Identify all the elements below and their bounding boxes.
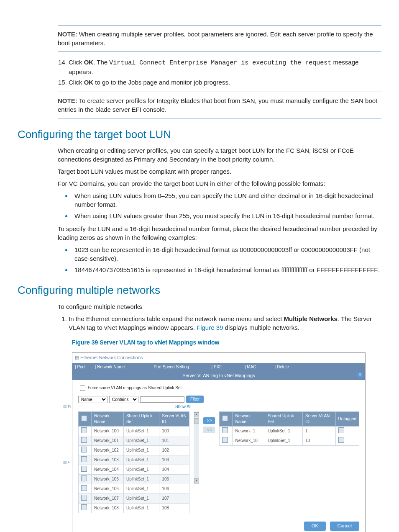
- table-row[interactable]: Network_100UplinkSet_1100: [79, 427, 189, 436]
- bullet-list: 1023 can be represented in 16-digit hexa…: [58, 245, 381, 274]
- show-all-link[interactable]: Show All: [175, 404, 359, 410]
- para: To specify the LUN and a 16-digit hexade…: [58, 224, 381, 242]
- select-all-checkbox[interactable]: [222, 415, 228, 421]
- table-row[interactable]: Network_108UplinkSet_1108: [79, 504, 189, 513]
- note-text: When creating multiple server profiles, …: [58, 31, 373, 46]
- selected-networks-table: Network Name Shared Uplink Set Server VL…: [219, 411, 359, 446]
- steps-list-2: In the Ethernet connections table expand…: [58, 314, 381, 332]
- row-checkbox[interactable]: [81, 466, 87, 472]
- note-box-2: NOTE: To create server profiles for Inte…: [58, 92, 381, 118]
- force-vlan-checkbox-row: Force same VLAN mappings as Shared Uplin…: [78, 384, 359, 392]
- untagged-checkbox[interactable]: [338, 437, 344, 443]
- force-vlan-checkbox[interactable]: [80, 386, 85, 391]
- table-row[interactable]: Network_107UplinkSet_1107: [79, 494, 189, 504]
- move-left-button[interactable]: <<: [203, 427, 215, 433]
- para: When creating or editing server profiles…: [58, 146, 381, 164]
- close-icon[interactable]: ✕: [357, 372, 363, 378]
- untagged-checkbox[interactable]: [338, 427, 344, 433]
- row-checkbox[interactable]: [81, 504, 87, 510]
- screenshot-window: ▤ Fi▤ F ▤ Ethernet Network Connections |…: [72, 352, 366, 532]
- filter-column-select[interactable]: Name: [78, 396, 107, 403]
- filter-op-select[interactable]: Contains: [109, 396, 138, 403]
- column-header-bar: | Port| Network Name| Port Speed Setting…: [72, 363, 365, 371]
- table-row[interactable]: Network_102UplinkSet_1102: [79, 446, 189, 455]
- row-checkbox[interactable]: [81, 485, 87, 491]
- heading-target-boot-lun: Configuring the target boot LUN: [18, 127, 381, 142]
- step-14: Click OK. The Virtual Connect Enterprise…: [69, 58, 381, 76]
- window-title: ▤ Ethernet Network Connections: [72, 353, 365, 362]
- row-checkbox[interactable]: [222, 437, 228, 443]
- dialog-title-bar: Server VLAN Tag to vNet Mappings ✕: [72, 371, 365, 380]
- table-row[interactable]: Network_103UplinkSet_1103: [79, 455, 189, 465]
- list-item: When using LUN values greater than 255, …: [72, 211, 381, 220]
- filter-text-input[interactable]: [140, 396, 184, 403]
- step-15: Click OK to go to the Jobs page and moni…: [69, 78, 381, 87]
- move-right-button[interactable]: >>: [203, 417, 215, 424]
- list-item: When using LUN values from 0–255, you ca…: [72, 191, 381, 209]
- row-checkbox[interactable]: [81, 475, 87, 481]
- steps-list: Click OK. The Virtual Connect Enterprise…: [58, 58, 381, 87]
- table-row[interactable]: Network_106UplinkSet_1106: [79, 484, 189, 494]
- heading-multiple-networks: Configuring multiple networks: [18, 283, 381, 298]
- note-label: NOTE:: [58, 97, 77, 104]
- table-row[interactable]: Network_105UplinkSet_1105: [79, 475, 189, 484]
- table-row[interactable]: Network_101UplinkSet_1101: [79, 436, 189, 446]
- table-row[interactable]: Network_10UplinkSet_110: [220, 436, 359, 446]
- list-item: 1023 can be represented in 16-digit hexa…: [72, 245, 381, 263]
- para: Target boot LUN values must be compliant…: [58, 167, 381, 176]
- row-checkbox[interactable]: [222, 427, 228, 433]
- scrollbar[interactable]: ▴ ▾: [194, 411, 200, 484]
- para: For VC Domains, you can provide the targ…: [58, 179, 381, 188]
- available-networks-table: Network Name Shared Uplink Set Server VL…: [78, 411, 189, 513]
- filter-button[interactable]: Filter: [186, 396, 204, 403]
- select-all-checkbox[interactable]: [81, 415, 87, 421]
- cancel-button[interactable]: Cancel: [330, 522, 359, 530]
- note-box-1: NOTE: When creating multiple server prof…: [58, 25, 381, 52]
- row-checkbox[interactable]: [81, 447, 87, 452]
- row-checkbox[interactable]: [81, 437, 87, 443]
- bullet-list: When using LUN values from 0–255, you ca…: [58, 191, 381, 220]
- table-row[interactable]: Network_1UplinkSet_11: [220, 427, 359, 436]
- note-text: To create server profiles for Integrity …: [58, 97, 377, 113]
- table-row[interactable]: Network_104UplinkSet_1104: [79, 465, 189, 475]
- row-checkbox[interactable]: [81, 427, 87, 433]
- figure-link[interactable]: Figure 39: [197, 324, 223, 331]
- step-1: In the Ethernet connections table expand…: [69, 314, 381, 332]
- ok-button[interactable]: OK: [304, 522, 326, 530]
- row-checkbox[interactable]: [81, 456, 87, 462]
- row-checkbox[interactable]: [81, 495, 87, 501]
- para: To configure multiple networks: [58, 302, 381, 311]
- scroll-down-icon[interactable]: ▾: [194, 478, 199, 483]
- scroll-up-icon[interactable]: ▴: [194, 412, 199, 417]
- figure-caption: Figure 39 Server VLAN tag to vNet Mappin…: [72, 339, 381, 347]
- list-item: 18446744073709551615 is represented in 1…: [72, 265, 381, 274]
- note-label: NOTE:: [58, 31, 77, 38]
